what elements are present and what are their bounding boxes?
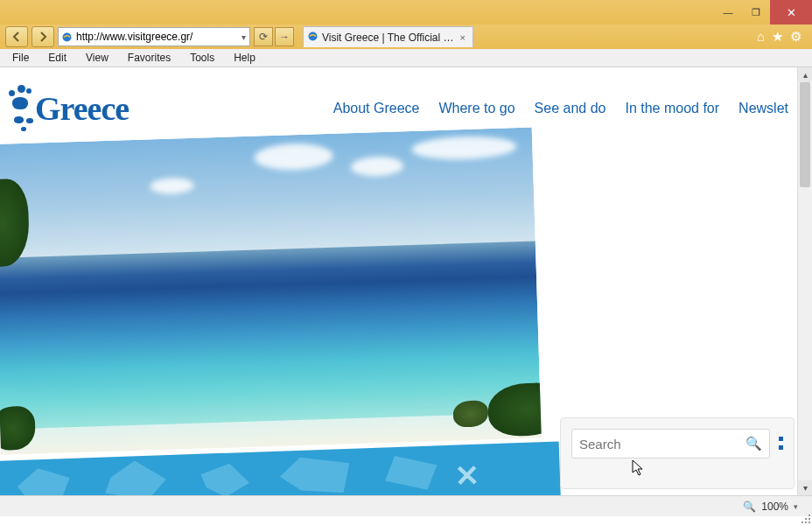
refresh-button[interactable]: ⟳	[254, 27, 273, 46]
ie-tab-icon	[307, 31, 318, 45]
ie-favicon-icon	[59, 32, 74, 43]
url-input[interactable]	[74, 28, 238, 46]
favorites-icon[interactable]: ★	[772, 29, 783, 45]
nav-see-and-do[interactable]: See and do	[535, 101, 606, 116]
logo-text: Greece	[35, 89, 129, 128]
nav-about-greece[interactable]: About Greece	[333, 101, 420, 116]
menu-edit[interactable]: Edit	[39, 50, 75, 66]
minimize-button[interactable]: —	[714, 0, 742, 24]
nav-where-to-go[interactable]: Where to go	[438, 101, 514, 116]
tab-title: Visit Greece | The Official w...	[322, 32, 455, 44]
zoom-dropdown[interactable]: ▾	[794, 502, 798, 511]
maximize-button[interactable]: ❐	[742, 0, 770, 24]
window-titlebar: — ❐ ✕	[0, 0, 812, 24]
zoom-level[interactable]: 100%	[761, 500, 788, 513]
site-logo[interactable]: Greece	[5, 83, 129, 134]
browser-navbar: ▾ ⟳ → Visit Greece | The Official w... ×…	[0, 24, 812, 49]
search-panel: 🔍	[560, 417, 794, 489]
menu-bar: File Edit View Favorites Tools Help	[0, 49, 812, 67]
search-box[interactable]: 🔍	[571, 429, 770, 458]
nav-newsletter[interactable]: Newslet	[738, 101, 788, 116]
search-input[interactable]	[579, 437, 746, 452]
menu-help[interactable]: Help	[225, 50, 264, 66]
scroll-down-button[interactable]: ▾	[798, 480, 812, 495]
home-icon[interactable]: ⌂	[757, 29, 765, 45]
close-button[interactable]: ✕	[770, 0, 812, 24]
menu-tools[interactable]: Tools	[181, 50, 223, 66]
vertical-scrollbar[interactable]: ▴ ▾	[797, 67, 812, 495]
zoom-icon[interactable]: 🔍	[743, 500, 756, 513]
status-bar: 🔍 100% ▾	[0, 495, 812, 516]
forward-button[interactable]	[32, 26, 54, 47]
resize-grip[interactable]	[800, 513, 810, 523]
tools-icon[interactable]: ⚙	[790, 29, 802, 45]
site-header: Greece About Greece Where to go See and …	[0, 67, 797, 139]
address-bar[interactable]: ▾	[58, 27, 250, 46]
go-button[interactable]: →	[275, 27, 294, 46]
browser-tab[interactable]: Visit Greece | The Official w... ×	[303, 26, 473, 47]
language-flag-greek[interactable]	[779, 437, 783, 450]
back-button[interactable]	[5, 26, 28, 47]
menu-favorites[interactable]: Favorites	[119, 50, 179, 66]
menu-file[interactable]: File	[4, 50, 38, 66]
menu-view[interactable]: View	[77, 50, 117, 66]
url-dropdown[interactable]: ▾	[238, 32, 249, 42]
logo-dots-icon	[5, 83, 35, 134]
tab-close-button[interactable]: ×	[458, 32, 467, 43]
site-nav: About Greece Where to go See and do In t…	[333, 101, 788, 116]
nav-in-the-mood-for[interactable]: In the mood for	[625, 101, 719, 116]
page-viewport: Greece About Greece Where to go See and …	[0, 67, 812, 495]
search-icon[interactable]: 🔍	[746, 436, 762, 452]
hero-image	[0, 128, 542, 468]
scroll-up-button[interactable]: ▴	[798, 67, 812, 82]
scroll-thumb[interactable]	[800, 82, 810, 187]
